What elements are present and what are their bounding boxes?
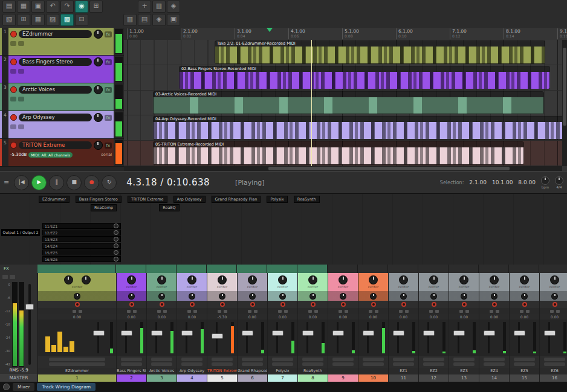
fader-cap[interactable] [544,330,556,336]
pan-knob[interactable] [429,275,438,284]
project-settings-icon[interactable]: ⊞ [89,1,103,13]
strip-name[interactable]: Arp Odyssey [177,368,207,374]
strip-name[interactable]: EZ4 [479,368,509,374]
mute-button[interactable] [369,310,372,313]
width-knob[interactable] [430,293,437,300]
play-button[interactable]: ▶ [31,175,47,190]
receive-volume-knob[interactable] [114,257,118,262]
fader-cap[interactable] [121,330,132,336]
fader-cap[interactable] [212,333,223,339]
playrate-knob[interactable] [555,176,563,185]
width-knob[interactable] [158,293,165,300]
strip-name[interactable]: EZ1 [389,368,418,374]
fx-insert-button[interactable] [151,362,172,366]
width-knob[interactable] [279,293,286,300]
record-arm-button[interactable] [462,302,467,307]
track-pan-knob[interactable] [94,113,103,122]
bpm-knob[interactable] [541,176,549,185]
width-knob[interactable] [249,293,256,300]
record-arm-button[interactable] [522,302,527,307]
fx-insert-button[interactable] [121,362,142,366]
record-arm-button[interactable] [129,302,134,307]
route-button[interactable] [212,358,233,361]
pause-button[interactable]: ‖ [49,175,64,190]
route-button[interactable] [544,358,565,361]
fx-insert-button[interactable] [363,362,384,366]
solo-button[interactable] [556,310,560,313]
ruler-tick[interactable]: 3.1.000:04 [235,28,251,39]
fader-cap[interactable] [423,330,435,336]
fx-insert-cell[interactable] [177,265,207,273]
solo-button[interactable] [18,124,24,129]
wiring-node[interactable]: Grand Rhapsody Pian [212,196,261,203]
record-button[interactable]: ● [84,175,99,190]
solo-button[interactable] [224,310,227,313]
mixer-strip-2[interactable]: center0.00Bass Fingers St2 [117,273,147,382]
track-pan-knob[interactable] [94,141,103,150]
record-arm-button[interactable] [250,302,255,307]
fader-section[interactable] [389,320,418,356]
timeline-ruler[interactable]: 1.1.000:002.1.000:023.1.000:044.1.000:06… [124,28,567,40]
fader-section[interactable] [38,320,116,356]
fx-insert-button[interactable] [242,362,263,366]
route-button[interactable] [453,358,475,361]
record-arm-button[interactable] [220,302,225,307]
midi-input-label[interactable]: MIDI: All: All channels [28,152,73,158]
fader-cap[interactable] [332,330,344,336]
route-button[interactable] [302,358,323,361]
pan-knob[interactable] [550,275,559,284]
track-fx-button[interactable]: fx [105,87,112,93]
strip-name[interactable]: ReaSynth [298,368,328,374]
fx-insert-button[interactable] [393,362,414,366]
ruler-tick[interactable]: 2.1.000:02 [181,28,198,39]
receive-row[interactable]: 16/EZ6 [42,256,121,262]
width-knob[interactable] [340,293,346,300]
record-arm-button[interactable] [10,59,17,65]
track-name[interactable]: TRITON Extreme [19,141,92,149]
receive-volume-knob[interactable] [114,243,118,248]
fx-insert-button[interactable] [514,362,535,366]
route-button[interactable] [151,358,172,361]
fx-insert-cell[interactable] [539,265,567,273]
mute-button[interactable] [278,310,282,313]
strip-number[interactable]: 13 [449,374,479,382]
master-mono-button[interactable] [2,275,8,279]
record-arm-button[interactable] [311,302,316,307]
mixer-strip-4[interactable]: center0.00Arp Odyssey4 [177,273,207,382]
fx-insert-button[interactable] [544,362,565,366]
route-button[interactable] [121,358,142,361]
pan-knob-2[interactable] [82,275,91,284]
solo-button[interactable] [163,310,167,313]
record-arm-button[interactable] [432,302,436,307]
grid-settings-icon[interactable]: ⊞ [17,14,30,26]
fx-insert-cell[interactable] [479,265,509,273]
mute-button[interactable] [10,97,16,101]
strip-number[interactable]: 11 [389,374,418,382]
solo-button[interactable] [465,310,469,313]
fader-cap[interactable] [453,330,465,336]
crossfade-icon[interactable]: ▤ [138,14,151,26]
fader-section[interactable] [238,320,267,356]
mixer-strip-13[interactable]: center0.00EZ313 [449,273,479,382]
fader-section[interactable] [268,320,297,356]
strip-number[interactable]: 7 [268,374,297,382]
fader-section[interactable] [207,320,237,356]
solo-button[interactable] [526,310,530,313]
mute-button[interactable] [429,310,433,313]
mute-button[interactable] [339,310,342,313]
route-button[interactable] [363,358,384,361]
mute-button[interactable] [218,310,221,313]
metronome-icon[interactable]: ◉ [75,1,88,13]
width-knob[interactable] [219,293,225,300]
strip-name[interactable]: TRITON Extreme [207,368,237,374]
fader-cap[interactable] [363,330,374,336]
fader-section[interactable] [328,320,358,356]
mute-button[interactable] [399,310,403,313]
strip-name[interactable]: EZ6 [540,368,567,374]
receive-row[interactable]: 14/EZ4 [42,243,121,249]
selection-length[interactable]: 8.0.00 [518,179,536,185]
master-label[interactable]: MASTER [0,374,37,382]
fader-section[interactable] [177,320,207,356]
track-panel-4[interactable]: 4Arp Odysseyfx [0,111,124,139]
fx-insert-cell[interactable] [116,265,146,273]
